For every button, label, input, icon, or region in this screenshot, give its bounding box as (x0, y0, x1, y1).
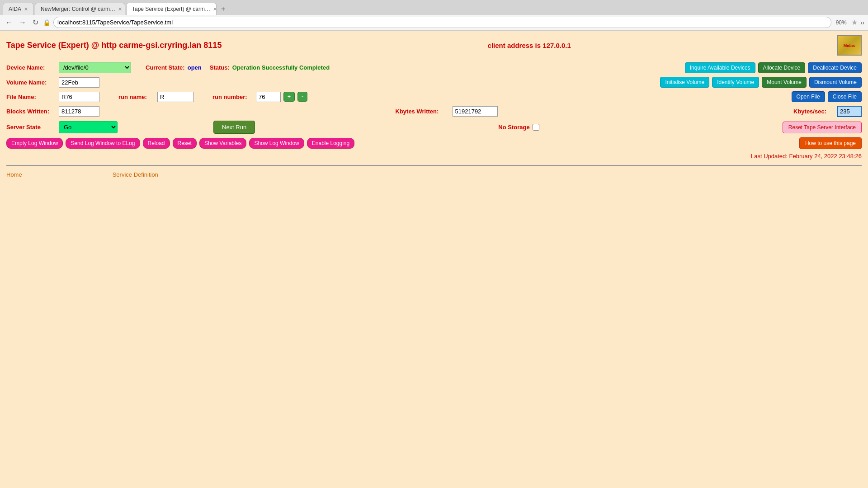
kbytes-sec-input[interactable] (837, 106, 862, 117)
volume-name-input[interactable] (59, 77, 99, 88)
initialise-volume-button[interactable]: Initialise Volume (660, 77, 709, 88)
server-state-label: Server State (6, 124, 56, 131)
volume-name-row: Volume Name: Initialise Volume Identify … (6, 77, 862, 88)
footer-links: Home Service Definition (6, 171, 862, 178)
no-storage-checkbox[interactable] (533, 124, 539, 131)
page-content: Tape Service (Expert) @ http carme-gsi.c… (0, 31, 868, 446)
blocks-written-label: Blocks Written: (6, 108, 56, 115)
page-header: Tape Service (Expert) @ http carme-gsi.c… (6, 35, 862, 56)
no-storage-label: No Storage (498, 124, 529, 131)
nav-bar: ← → ↻ 🔒 90% ★ ›› (0, 15, 868, 30)
page-title: Tape Service (Expert) @ http carme-gsi.c… (6, 41, 222, 50)
kbytes-written-input[interactable] (453, 106, 498, 117)
enable-logging-button[interactable]: Enable Logging (307, 138, 354, 149)
status-value: Operation Successfully Completed (232, 64, 330, 71)
run-number-minus-button[interactable]: - (297, 92, 307, 102)
zoom-label: 90% (834, 19, 849, 26)
kbytes-written-label: Kbytes Written: (396, 108, 450, 115)
device-name-row: Device Name: /dev/file/0 Current State: … (6, 62, 862, 73)
address-bar[interactable] (53, 17, 831, 28)
shield-icon: 🔒 (43, 19, 51, 26)
status-label: Status: (210, 64, 230, 71)
close-tab-newmerger-icon[interactable]: ✕ (118, 6, 122, 12)
run-name-label: run name: (118, 94, 155, 100)
show-variables-button[interactable]: Show Variables (199, 138, 247, 149)
midas-logo: Midas (837, 35, 862, 56)
tab-bar: AIDA ✕ NewMerger: Control @ carm… ✕ Tape… (0, 0, 868, 15)
reload-button-action[interactable]: Reload (143, 138, 170, 149)
dismount-volume-button[interactable]: Dismount Volume (809, 77, 862, 88)
new-tab-button[interactable]: + (217, 3, 229, 15)
bookmark-icon[interactable]: ★ (851, 18, 858, 27)
file-name-row: File Name: run name: run number: + - Ope… (6, 91, 862, 102)
close-file-button[interactable]: Close File (828, 91, 862, 102)
device-name-select[interactable]: /dev/file/0 (59, 62, 131, 73)
file-name-label: File Name: (6, 94, 56, 100)
identify-volume-button[interactable]: Identify Volume (712, 77, 759, 88)
next-run-button[interactable]: Next Run (213, 121, 255, 134)
show-log-window-button[interactable]: Show Log Window (249, 138, 304, 149)
home-link[interactable]: Home (6, 171, 22, 178)
action-buttons-area: Empty Log Window Send Log Window to ELog… (6, 137, 862, 149)
blocks-written-input[interactable] (59, 106, 99, 117)
tab-newmerger[interactable]: NewMerger: Control @ carm… ✕ (35, 3, 125, 15)
client-address: client address is 127.0.0.1 (488, 42, 571, 49)
service-definition-link[interactable]: Service Definition (113, 171, 158, 178)
mount-volume-button[interactable]: Mount Volume (762, 77, 807, 88)
server-state-select[interactable]: Go (59, 121, 118, 133)
extensions-button[interactable]: ›› (860, 19, 864, 26)
kbytes-sec-label: Kbytes/sec: (793, 108, 834, 115)
file-name-input[interactable] (59, 92, 99, 102)
current-state-label: Current State: (146, 64, 185, 71)
reload-button[interactable]: ↻ (31, 17, 40, 28)
tab-aida-label: AIDA (9, 6, 21, 12)
empty-log-button[interactable]: Empty Log Window (6, 138, 63, 149)
current-state-value: open (188, 64, 202, 71)
run-name-input[interactable] (157, 92, 193, 102)
deallocate-device-button[interactable]: Deallocate Device (808, 62, 862, 73)
back-button[interactable]: ← (4, 18, 14, 28)
how-to-use-button[interactable]: How to use this page (799, 137, 862, 149)
open-file-button[interactable]: Open File (792, 91, 825, 102)
run-number-plus-button[interactable]: + (283, 92, 295, 102)
blocks-written-row: Blocks Written: Kbytes Written: Kbytes/s… (6, 106, 862, 117)
browser-chrome: AIDA ✕ NewMerger: Control @ carm… ✕ Tape… (0, 0, 868, 31)
tab-tapeservice[interactable]: Tape Service (Expert) @ carm… ✕ (126, 3, 217, 15)
run-number-label: run number: (212, 94, 253, 100)
allocate-device-button[interactable]: Allocate Device (758, 62, 806, 73)
tab-tapeservice-label: Tape Service (Expert) @ carm… (132, 6, 210, 12)
close-tab-aida-icon[interactable]: ✕ (24, 6, 28, 12)
close-tab-tapeservice-icon[interactable]: ✕ (213, 6, 217, 12)
last-updated: Last Updated: February 24, 2022 23:48:26 (6, 153, 862, 160)
send-log-button[interactable]: Send Log Window to ELog (66, 138, 140, 149)
volume-name-label: Volume Name: (6, 79, 56, 86)
server-state-row: Server State Go Next Run No Storage Rese… (6, 121, 862, 134)
inquire-devices-button[interactable]: Inquire Available Devices (685, 62, 755, 73)
reset-button[interactable]: Reset (173, 138, 197, 149)
forward-button[interactable]: → (17, 18, 28, 28)
device-name-label: Device Name: (6, 64, 56, 71)
run-number-input[interactable] (256, 92, 281, 102)
tab-aida[interactable]: AIDA ✕ (3, 3, 34, 15)
reset-tape-server-button[interactable]: Reset Tape Server Interface (783, 122, 862, 133)
tab-newmerger-label: NewMerger: Control @ carm… (41, 6, 115, 12)
page-divider (6, 165, 862, 166)
